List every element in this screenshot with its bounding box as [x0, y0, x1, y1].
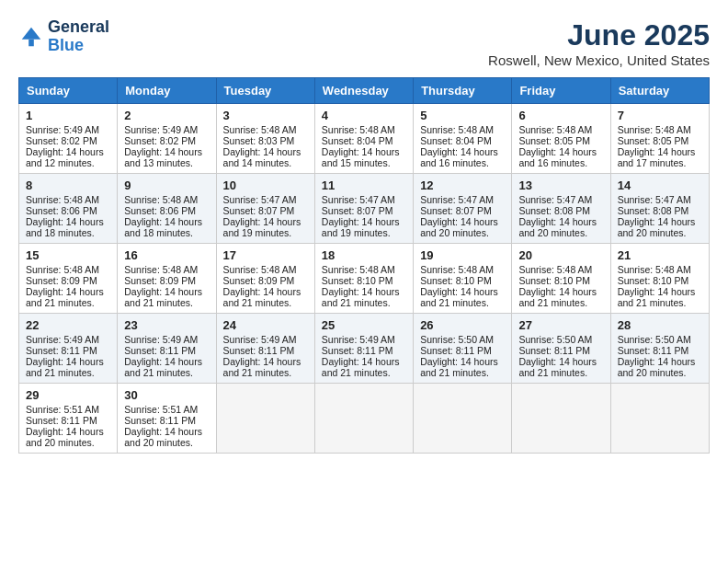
day-number: 21	[618, 248, 702, 262]
table-row: 17Sunrise: 5:48 AMSunset: 8:09 PMDayligh…	[216, 244, 314, 314]
sunset-label: Sunset: 8:10 PM	[518, 275, 590, 286]
daylight-label: Daylight: 14 hours and 21 minutes.	[618, 286, 696, 308]
table-row: 25Sunrise: 5:49 AMSunset: 8:11 PMDayligh…	[314, 314, 413, 384]
day-number: 1	[26, 109, 110, 122]
table-row: 30Sunrise: 5:51 AMSunset: 8:11 PMDayligh…	[118, 384, 216, 454]
daylight-label: Daylight: 14 hours and 19 minutes.	[322, 216, 400, 238]
sunrise-label: Sunrise: 5:48 AM	[420, 264, 494, 275]
sunset-label: Sunset: 8:11 PM	[26, 345, 97, 356]
sunset-label: Sunset: 8:07 PM	[322, 205, 393, 216]
sunset-label: Sunset: 8:06 PM	[26, 205, 97, 216]
table-row: 22Sunrise: 5:49 AMSunset: 8:11 PMDayligh…	[19, 314, 118, 384]
day-number: 12	[420, 178, 505, 192]
sunset-label: Sunset: 8:09 PM	[124, 275, 196, 286]
sunrise-label: Sunrise: 5:48 AM	[124, 264, 198, 275]
daylight-label: Daylight: 14 hours and 20 minutes.	[518, 216, 597, 238]
day-number: 7	[618, 109, 702, 122]
daylight-label: Daylight: 14 hours and 21 minutes.	[322, 356, 400, 378]
daylight-label: Daylight: 14 hours and 15 minutes.	[322, 146, 400, 168]
col-wednesday: Wednesday	[314, 78, 413, 104]
day-number: 27	[518, 318, 603, 332]
table-row: 13Sunrise: 5:47 AMSunset: 8:08 PMDayligh…	[512, 174, 610, 244]
day-number: 9	[124, 178, 209, 192]
day-number: 17	[223, 248, 308, 262]
sunrise-label: Sunrise: 5:47 AM	[618, 194, 691, 205]
col-monday: Monday	[118, 78, 216, 104]
table-row: 9Sunrise: 5:48 AMSunset: 8:06 PMDaylight…	[118, 174, 216, 244]
location: Roswell, New Mexico, United States	[488, 52, 710, 68]
sunrise-label: Sunrise: 5:49 AM	[223, 334, 297, 345]
sunrise-label: Sunrise: 5:50 AM	[420, 334, 494, 345]
day-number: 6	[518, 109, 603, 122]
sunset-label: Sunset: 8:09 PM	[223, 275, 295, 286]
day-number: 26	[420, 318, 505, 332]
table-row: 6Sunrise: 5:48 AMSunset: 8:05 PMDaylight…	[512, 104, 610, 174]
sunset-label: Sunset: 8:11 PM	[518, 345, 590, 356]
daylight-label: Daylight: 14 hours and 21 minutes.	[322, 286, 400, 308]
day-number: 19	[420, 248, 505, 262]
daylight-label: Daylight: 14 hours and 21 minutes.	[124, 286, 202, 308]
table-row	[414, 384, 512, 454]
sunrise-label: Sunrise: 5:49 AM	[26, 124, 99, 135]
sunrise-label: Sunrise: 5:50 AM	[618, 334, 691, 345]
table-row: 1Sunrise: 5:49 AMSunset: 8:02 PMDaylight…	[19, 104, 118, 174]
table-row: 21Sunrise: 5:48 AMSunset: 8:10 PMDayligh…	[610, 244, 709, 314]
sunset-label: Sunset: 8:09 PM	[26, 275, 97, 286]
month-year: June 2025	[488, 18, 710, 52]
sunset-label: Sunset: 8:10 PM	[420, 275, 492, 286]
daylight-label: Daylight: 14 hours and 21 minutes.	[420, 286, 498, 308]
sunrise-label: Sunrise: 5:47 AM	[322, 194, 395, 205]
day-number: 22	[26, 318, 110, 332]
table-row: 29Sunrise: 5:51 AMSunset: 8:11 PMDayligh…	[19, 384, 118, 454]
table-row: 10Sunrise: 5:47 AMSunset: 8:07 PMDayligh…	[216, 174, 314, 244]
sunset-label: Sunset: 8:11 PM	[322, 345, 393, 356]
sunset-label: Sunset: 8:04 PM	[322, 135, 393, 146]
sunrise-label: Sunrise: 5:47 AM	[420, 194, 494, 205]
table-row	[610, 384, 709, 454]
day-number: 14	[618, 178, 702, 192]
sunset-label: Sunset: 8:07 PM	[223, 205, 295, 216]
calendar-header-row: Sunday Monday Tuesday Wednesday Thursday…	[19, 78, 710, 104]
sunset-label: Sunset: 8:11 PM	[618, 345, 689, 356]
day-number: 2	[124, 109, 209, 122]
sunset-label: Sunset: 8:07 PM	[420, 205, 492, 216]
daylight-label: Daylight: 14 hours and 16 minutes.	[518, 146, 597, 168]
sunset-label: Sunset: 8:08 PM	[618, 205, 689, 216]
calendar-table: Sunday Monday Tuesday Wednesday Thursday…	[18, 77, 710, 454]
daylight-label: Daylight: 14 hours and 18 minutes.	[124, 216, 202, 238]
sunset-label: Sunset: 8:10 PM	[322, 275, 393, 286]
day-number: 5	[420, 109, 505, 122]
table-row: 8Sunrise: 5:48 AMSunset: 8:06 PMDaylight…	[19, 174, 118, 244]
daylight-label: Daylight: 14 hours and 20 minutes.	[618, 356, 696, 378]
col-sunday: Sunday	[19, 78, 118, 104]
sunset-label: Sunset: 8:05 PM	[518, 135, 590, 146]
daylight-label: Daylight: 14 hours and 20 minutes.	[420, 216, 498, 238]
sunset-label: Sunset: 8:11 PM	[420, 345, 492, 356]
col-friday: Friday	[512, 78, 610, 104]
day-number: 4	[322, 109, 406, 122]
day-number: 20	[518, 248, 603, 262]
day-number: 13	[518, 178, 603, 192]
sunset-label: Sunset: 8:02 PM	[26, 135, 97, 146]
sunset-label: Sunset: 8:11 PM	[223, 345, 295, 356]
sunrise-label: Sunrise: 5:48 AM	[322, 264, 395, 275]
table-row: 24Sunrise: 5:49 AMSunset: 8:11 PMDayligh…	[216, 314, 314, 384]
table-row: 14Sunrise: 5:47 AMSunset: 8:08 PMDayligh…	[610, 174, 709, 244]
sunset-label: Sunset: 8:11 PM	[26, 415, 97, 426]
day-number: 30	[124, 388, 209, 402]
daylight-label: Daylight: 14 hours and 21 minutes.	[26, 286, 104, 308]
daylight-label: Daylight: 14 hours and 12 minutes.	[26, 146, 104, 168]
col-saturday: Saturday	[610, 78, 709, 104]
sunrise-label: Sunrise: 5:50 AM	[518, 334, 592, 345]
sunrise-label: Sunrise: 5:48 AM	[420, 124, 494, 135]
sunrise-label: Sunrise: 5:51 AM	[26, 404, 99, 415]
daylight-label: Daylight: 14 hours and 18 minutes.	[26, 216, 104, 238]
table-row: 3Sunrise: 5:48 AMSunset: 8:03 PMDaylight…	[216, 104, 314, 174]
day-number: 29	[26, 388, 110, 402]
daylight-label: Daylight: 14 hours and 14 minutes.	[223, 146, 301, 168]
day-number: 24	[223, 318, 308, 332]
table-row: 7Sunrise: 5:48 AMSunset: 8:05 PMDaylight…	[610, 104, 709, 174]
sunrise-label: Sunrise: 5:47 AM	[223, 194, 297, 205]
sunrise-label: Sunrise: 5:48 AM	[518, 264, 592, 275]
sunrise-label: Sunrise: 5:49 AM	[124, 124, 198, 135]
